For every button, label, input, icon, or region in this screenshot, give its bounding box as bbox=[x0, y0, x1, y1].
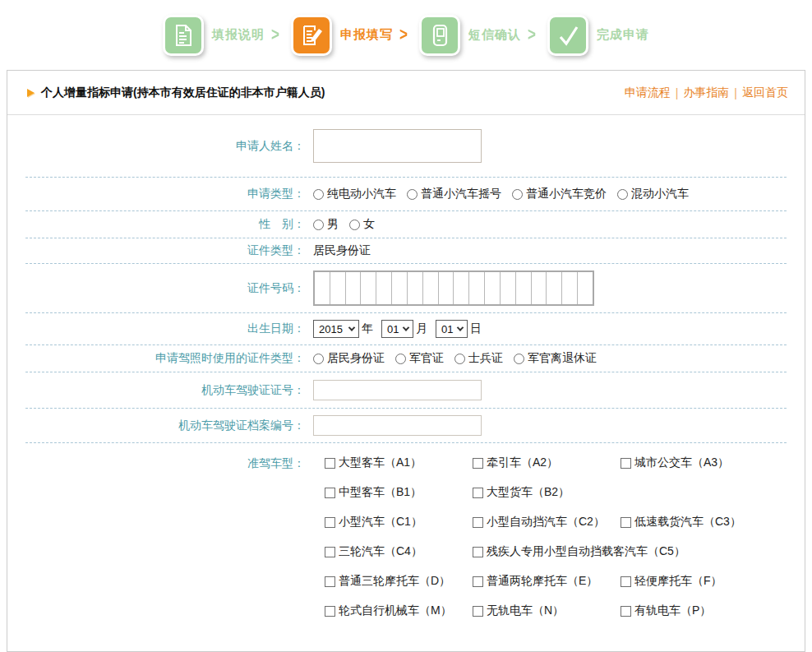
radio-icon[interactable] bbox=[514, 354, 524, 364]
checkbox-label: 普通三轮摩托车（D） bbox=[339, 574, 450, 589]
radio-icon[interactable] bbox=[395, 354, 406, 364]
panel-header: 个人增量指标申请(持本市有效居住证的非本市户籍人员) 申请流程 | 办事指南 |… bbox=[7, 71, 805, 115]
checkbox-icon[interactable] bbox=[473, 547, 483, 557]
apply-type-option[interactable]: 普通小汽车竞价 bbox=[512, 187, 607, 201]
gender-option-female[interactable]: 女 bbox=[349, 217, 375, 232]
checkbox-label: 小型自动挡汽车（C2） bbox=[487, 515, 605, 529]
checkbox-icon[interactable] bbox=[621, 576, 631, 587]
radio-icon[interactable] bbox=[349, 220, 360, 230]
birth-month-select[interactable]: 01 bbox=[381, 320, 413, 338]
field-row-id-type: 证件类型： 居民身份证 bbox=[25, 238, 787, 264]
vehicle-class-option[interactable]: 轻便摩托车（F） bbox=[621, 574, 768, 589]
id-number-cell[interactable] bbox=[315, 272, 330, 304]
id-number-cell[interactable] bbox=[578, 272, 593, 304]
id-number-cell[interactable] bbox=[454, 272, 469, 304]
step-arrow-icon: > bbox=[399, 25, 408, 45]
checkbox-label: 中型客车（B1） bbox=[339, 485, 422, 500]
step-label: 填报说明 bbox=[212, 27, 265, 43]
vehicle-class-option[interactable]: 牵引车（A2） bbox=[473, 455, 621, 470]
birth-year-select[interactable]: 2015 bbox=[313, 320, 359, 338]
id-number-cell[interactable] bbox=[469, 272, 485, 304]
apply-type-option[interactable]: 普通小汽车摇号 bbox=[407, 187, 501, 201]
radio-icon[interactable] bbox=[313, 354, 324, 364]
checkbox-icon[interactable] bbox=[473, 488, 483, 498]
id-number-cell[interactable] bbox=[423, 272, 439, 304]
vehicle-class-option[interactable]: 小型自动挡汽车（C2） bbox=[473, 515, 621, 529]
vehicle-class-option[interactable]: 小型汽车（C1） bbox=[325, 515, 473, 529]
vehicle-class-option[interactable]: 有轨电车（P） bbox=[621, 603, 768, 618]
id-number-cell[interactable] bbox=[562, 272, 578, 304]
vehicle-class-option[interactable]: 大型货车（B2） bbox=[473, 485, 621, 500]
application-form: 申请人姓名： 申请类型： 纯电动小汽车 普通小汽车摇号 普通小汽车竞价 混动小汽… bbox=[7, 115, 805, 649]
vehicle-class-option[interactable]: 三轮汽车（C4） bbox=[325, 544, 473, 559]
license-id-type-option[interactable]: 军官离退休证 bbox=[514, 351, 597, 366]
id-number-cell[interactable] bbox=[346, 272, 362, 304]
checkbox-icon[interactable] bbox=[473, 517, 483, 528]
checkbox-label: 城市公交车（A3） bbox=[634, 455, 729, 470]
checkbox-icon[interactable] bbox=[325, 458, 335, 469]
apply-type-option[interactable]: 纯电动小汽车 bbox=[313, 187, 396, 201]
apply-type-option[interactable]: 混动小汽车 bbox=[617, 187, 689, 201]
field-row-vehicle-classes: 准驾车型： 大型客车（A1） 牵引车（A2） 城市公交车（A3） 中型客车（B1… bbox=[25, 443, 787, 640]
id-number-cell[interactable] bbox=[361, 272, 376, 304]
id-number-input[interactable] bbox=[313, 271, 594, 306]
id-number-cell[interactable] bbox=[516, 272, 532, 304]
license-id-type-option[interactable]: 士兵证 bbox=[454, 351, 503, 366]
checkbox-icon[interactable] bbox=[325, 547, 335, 557]
vehicle-class-option[interactable]: 轮式自行机械车（M） bbox=[325, 603, 473, 618]
vehicle-class-option[interactable]: 城市公交车（A3） bbox=[621, 455, 768, 470]
vehicle-class-option[interactable]: 普通三轮摩托车（D） bbox=[325, 574, 473, 589]
page-title: 个人增量指标申请(持本市有效居住证的非本市户籍人员) bbox=[41, 86, 325, 100]
id-number-cell[interactable] bbox=[330, 272, 346, 304]
vehicle-class-option[interactable]: 普通两轮摩托车（E） bbox=[473, 574, 621, 589]
link-application-flow[interactable]: 申请流程 bbox=[625, 86, 671, 100]
checkbox-label: 无轨电车（N） bbox=[487, 603, 564, 618]
birth-day-select[interactable]: 01 bbox=[436, 320, 468, 338]
radio-icon[interactable] bbox=[407, 189, 418, 200]
radio-label: 普通小汽车摇号 bbox=[421, 187, 501, 201]
checkbox-icon[interactable] bbox=[621, 517, 631, 528]
chevron-down-icon bbox=[403, 324, 409, 331]
id-number-cell[interactable] bbox=[408, 272, 423, 304]
vehicle-class-option[interactable]: 无轨电车（N） bbox=[473, 603, 621, 618]
checkbox-icon[interactable] bbox=[473, 606, 483, 617]
applicant-name-input[interactable] bbox=[313, 129, 482, 163]
license-id-type-option[interactable]: 军官证 bbox=[395, 351, 444, 366]
id-number-cell[interactable] bbox=[501, 272, 516, 304]
checkbox-label: 大型货车（B2） bbox=[487, 485, 570, 500]
checkbox-label: 大型客车（A1） bbox=[339, 455, 422, 470]
radio-icon[interactable] bbox=[454, 354, 465, 364]
checkbox-icon[interactable] bbox=[621, 606, 631, 617]
radio-icon[interactable] bbox=[313, 220, 324, 230]
vehicle-class-option[interactable]: 低速载货汽车（C3） bbox=[621, 515, 768, 529]
radio-icon[interactable] bbox=[512, 189, 523, 200]
vehicle-class-option[interactable]: 中型客车（B1） bbox=[325, 485, 473, 500]
license-file-number-input[interactable] bbox=[313, 415, 482, 436]
id-number-cell[interactable] bbox=[485, 272, 501, 304]
radio-icon[interactable] bbox=[313, 189, 324, 200]
id-number-cell[interactable] bbox=[439, 272, 454, 304]
application-form-panel: 个人增量指标申请(持本市有效居住证的非本市户籍人员) 申请流程 | 办事指南 |… bbox=[7, 70, 805, 652]
checkbox-icon[interactable] bbox=[325, 488, 335, 498]
id-number-cell[interactable] bbox=[392, 272, 408, 304]
checkbox-icon[interactable] bbox=[325, 517, 335, 528]
checkbox-icon[interactable] bbox=[325, 606, 335, 617]
id-number-cell[interactable] bbox=[376, 272, 392, 304]
step-item-4: 完成申请 bbox=[547, 15, 649, 56]
checkbox-icon[interactable] bbox=[473, 576, 483, 587]
radio-icon[interactable] bbox=[617, 189, 628, 200]
field-row-applicant-name: 申请人姓名： bbox=[25, 115, 787, 178]
checkbox-icon[interactable] bbox=[473, 458, 483, 469]
gender-option-male[interactable]: 男 bbox=[313, 217, 339, 232]
id-number-cell[interactable] bbox=[547, 272, 562, 304]
vehicle-class-option[interactable]: 残疾人专用小型自动挡载客汽车（C5） bbox=[473, 544, 702, 559]
checkbox-icon[interactable] bbox=[325, 576, 335, 587]
link-back-home[interactable]: 返回首页 bbox=[742, 86, 788, 100]
link-service-guide[interactable]: 办事指南 bbox=[683, 86, 729, 100]
step-item-3: 短信确认 bbox=[419, 15, 521, 56]
checkbox-icon[interactable] bbox=[621, 458, 631, 469]
license-id-type-option[interactable]: 居民身份证 bbox=[313, 351, 385, 366]
license-number-input[interactable] bbox=[313, 380, 482, 400]
id-number-cell[interactable] bbox=[532, 272, 547, 304]
vehicle-class-option[interactable]: 大型客车（A1） bbox=[325, 455, 473, 470]
